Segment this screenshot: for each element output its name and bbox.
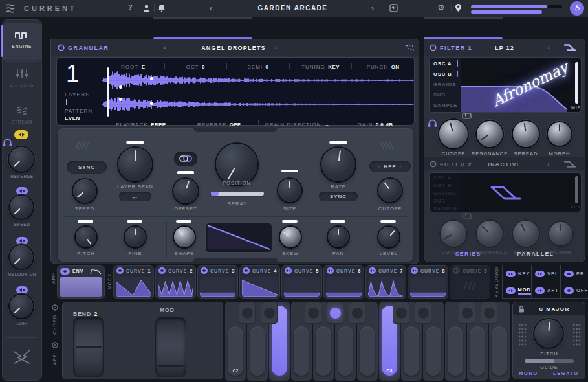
filter1-source-oscb[interactable]: OSC B xyxy=(433,71,452,77)
layer-span-knob[interactable] xyxy=(118,148,152,181)
settings-gear-icon[interactable]: ⚙ xyxy=(437,3,445,12)
filter1-type[interactable]: LP 12 xyxy=(488,45,521,51)
waveform-display[interactable]: 1 LAYERS PATTERN EVEN ROOT E OCT 0 SEMI … xyxy=(56,57,415,126)
mod-curve-9[interactable]: CURVE9/// xyxy=(450,265,490,299)
granular-visual-icon[interactable] xyxy=(406,44,414,51)
level-knob[interactable] xyxy=(378,227,399,247)
sidebar-item-effects[interactable]: EFFECTS xyxy=(3,62,41,98)
filter2-spread-knob[interactable] xyxy=(513,221,539,247)
playback-value[interactable]: FREE xyxy=(151,122,166,128)
filter1-morph-knob[interactable] xyxy=(548,122,571,146)
macro-toggle-lofi[interactable] xyxy=(16,283,28,295)
filter2-source[interactable]: SAMPLE xyxy=(433,206,457,212)
layer-span-mode-button[interactable]: ↔ xyxy=(119,192,151,201)
spray-slider[interactable] xyxy=(211,192,264,196)
fine-knob[interactable] xyxy=(125,227,146,247)
granular-preset-prev[interactable]: ‹ xyxy=(164,43,166,51)
playhead[interactable] xyxy=(107,67,109,117)
save-file-icon[interactable] xyxy=(389,4,398,12)
mod-curve-3[interactable]: CURVE3 xyxy=(197,265,238,299)
filter1-resonance-knob[interactable] xyxy=(477,121,503,147)
gain-value[interactable]: 0.0 dB xyxy=(376,122,393,128)
pan-knob[interactable] xyxy=(328,227,349,247)
piano-black-key[interactable] xyxy=(349,302,365,324)
scale-name[interactable]: C MAJOR xyxy=(528,306,580,312)
filter1-spread-knob[interactable] xyxy=(513,121,539,147)
mod-curve-6[interactable]: CURVE6 xyxy=(323,265,364,299)
filter2-type-next[interactable]: › xyxy=(547,160,550,168)
routing-series-button[interactable]: SERIES xyxy=(455,251,481,257)
piano-black-key[interactable] xyxy=(327,302,343,324)
mod-source-vel[interactable]: VEL xyxy=(531,265,560,282)
rate-sync-selector[interactable]: ‹SYNC› xyxy=(319,192,358,201)
filter2-cutoff-knob[interactable] xyxy=(441,221,466,247)
mod-source-aft[interactable]: AFT xyxy=(531,282,560,299)
macro-knob-reverse[interactable] xyxy=(9,147,34,172)
macro-knob-speed[interactable] xyxy=(10,196,33,219)
filter1-keytrack-icon[interactable] xyxy=(462,113,472,119)
filter1-source-grains[interactable]: GRAINS xyxy=(433,82,456,87)
filter2-source[interactable]: OSC A xyxy=(433,175,452,181)
mod-curve-8[interactable]: CURVE8 xyxy=(408,265,448,299)
filter2-source[interactable]: GRAINS xyxy=(433,190,456,196)
macro-knob-lofi[interactable] xyxy=(10,295,33,318)
granular-preset-name[interactable]: ANGEL DROPLETS xyxy=(195,45,272,51)
filter1-type-prev[interactable]: ‹ xyxy=(468,43,471,51)
piano-black-key[interactable] xyxy=(415,302,431,324)
pitch-bend-wheel[interactable] xyxy=(73,317,104,377)
speed-sync-button[interactable]: SYNC xyxy=(67,161,107,174)
piano-black-key[interactable] xyxy=(481,302,497,324)
global-pitch-knob[interactable] xyxy=(534,319,563,348)
loop-button[interactable] xyxy=(174,152,197,166)
filter1-type-next[interactable]: › xyxy=(547,43,550,51)
filter1-mix-slider[interactable] xyxy=(575,62,578,104)
mod-curve-5[interactable]: CURVE5 xyxy=(281,265,322,299)
granular-preset-next[interactable]: › xyxy=(274,43,277,51)
env-mod-source-icon[interactable] xyxy=(60,268,70,275)
legato-button[interactable]: LEGATO xyxy=(553,370,579,376)
user-icon[interactable] xyxy=(142,4,151,12)
preset-next-arrow[interactable]: › xyxy=(371,4,374,13)
filter1-source-sample[interactable]: SAMPLE xyxy=(433,102,457,108)
chord-power-icon[interactable] xyxy=(52,304,58,311)
position-knob[interactable] xyxy=(216,144,257,185)
filter2-keytrack-icon[interactable] xyxy=(462,213,472,219)
mod-source-off[interactable]: OFF xyxy=(560,282,588,299)
bell-icon[interactable] xyxy=(158,4,166,12)
routing-parallel-button[interactable]: PARALLEL xyxy=(517,251,554,257)
mod-source-pb[interactable]: PB xyxy=(560,265,588,282)
speed-knob[interactable] xyxy=(73,179,96,203)
arp-label[interactable]: ARP xyxy=(52,354,57,365)
mod-curve-4[interactable]: CURVE4 xyxy=(239,265,280,299)
mod-wheel[interactable] xyxy=(155,317,186,377)
piano-black-key[interactable] xyxy=(261,302,278,324)
rate-knob[interactable] xyxy=(321,148,355,181)
mod-source-key[interactable]: KEY xyxy=(502,265,531,282)
filter2-morph-knob[interactable] xyxy=(549,222,572,245)
sidebar-item-engine[interactable]: ENGINE xyxy=(3,23,41,60)
filter1-cutoff-knob[interactable] xyxy=(439,120,468,148)
zoom-slider-track[interactable] xyxy=(471,5,547,8)
lock-icon[interactable] xyxy=(518,306,525,313)
filter2-source[interactable]: SUB xyxy=(433,198,446,204)
piano-black-key[interactable] xyxy=(239,302,256,324)
filter1-source-sub[interactable]: SUB xyxy=(433,92,446,98)
location-pin-icon[interactable] xyxy=(455,3,462,12)
glide-slider[interactable] xyxy=(525,359,574,363)
shape-knob[interactable] xyxy=(174,227,195,247)
grain-direction-value[interactable]: → xyxy=(324,122,330,128)
preset-prev-arrow[interactable]: ‹ xyxy=(210,4,212,13)
grain-shape-display[interactable] xyxy=(205,223,272,253)
skew-knob[interactable] xyxy=(280,227,301,247)
filter1-source-osca[interactable]: OSC A xyxy=(433,61,452,67)
mono-button[interactable]: MONO xyxy=(519,370,538,376)
grain-cutoff-knob[interactable] xyxy=(378,179,402,202)
offset-knob[interactable] xyxy=(173,179,198,203)
reverse-value[interactable]: OFF xyxy=(230,122,241,128)
mod-curve-7[interactable]: CURVE7 xyxy=(365,265,406,299)
grain-filter-selector[interactable]: ‹HPF› xyxy=(369,161,411,172)
headphone-icon[interactable] xyxy=(3,138,12,147)
account-button[interactable]: S xyxy=(570,1,584,16)
filter2-display[interactable]: OSC A OSC B GRAINS SUB SAMPLE MIX xyxy=(429,172,582,212)
filter1-display[interactable]: OSC A OSC B GRAINS SUB SAMPLE Afronomay … xyxy=(429,57,582,113)
